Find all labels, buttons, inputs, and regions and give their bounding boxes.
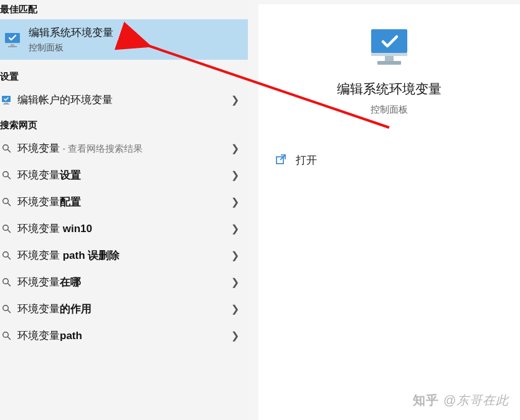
section-best-match: 最佳匹配 (0, 0, 248, 19)
search-icon (1, 170, 11, 180)
details-subtitle: 控制面板 (371, 104, 408, 116)
web-search-item-label: 环境变量配置 (17, 195, 225, 209)
svg-rect-23 (371, 29, 407, 53)
section-settings: 设置 (0, 67, 248, 86)
svg-rect-25 (385, 56, 394, 61)
search-icon (1, 197, 11, 207)
chevron-right-icon: ❯ (231, 276, 239, 288)
search-icon (1, 331, 11, 341)
web-search-item[interactable]: 环境变量 win10❯ (0, 215, 248, 242)
search-icon (1, 224, 11, 234)
web-search-item[interactable]: 环境变量配置❯ (0, 189, 248, 215)
section-websearch: 搜索网页 (0, 116, 248, 135)
best-match-title: 编辑系统环境变量 (29, 26, 113, 40)
web-search-item[interactable]: 环境变量path❯ (0, 322, 248, 349)
svg-rect-5 (4, 103, 8, 104)
web-search-list: 环境变量 - 查看网络搜索结果❯环境变量设置❯环境变量配置❯环境变量 win10… (0, 135, 248, 349)
svg-line-12 (7, 203, 10, 205)
chevron-right-icon: ❯ (231, 250, 239, 261)
svg-rect-3 (8, 46, 17, 47)
best-match-texts: 编辑系统环境变量 控制面板 (29, 26, 113, 54)
chevron-right-icon: ❯ (231, 303, 239, 315)
svg-rect-26 (377, 61, 401, 65)
svg-line-8 (7, 149, 10, 152)
chevron-right-icon: ❯ (231, 223, 239, 235)
search-icon (1, 278, 11, 287)
web-search-item[interactable]: 环境变量在哪❯ (0, 269, 248, 296)
watermark: 知乎 @东哥在此 (413, 392, 509, 409)
best-match-subtitle: 控制面板 (29, 42, 113, 54)
details-panel: 编辑系统环境变量 控制面板 打开 (258, 4, 520, 420)
search-icon (1, 144, 11, 154)
web-search-item-label: 环境变量 win10 (17, 222, 225, 236)
svg-line-16 (7, 256, 10, 259)
monitor-small-icon (1, 95, 11, 105)
web-search-item[interactable]: 环境变量 path 误删除❯ (0, 242, 248, 269)
web-search-item-label: 环境变量path (17, 329, 225, 343)
details-title: 编辑系统环境变量 (337, 80, 442, 98)
svg-line-20 (7, 310, 10, 312)
open-label: 打开 (296, 153, 317, 167)
settings-item-label: 编辑帐户的环境变量 (17, 93, 225, 107)
web-search-item[interactable]: 环境变量设置❯ (0, 162, 248, 189)
svg-rect-1 (5, 43, 20, 44)
web-search-item-label: 环境变量设置 (17, 168, 225, 182)
svg-rect-24 (371, 53, 407, 56)
details-actions: 打开 (258, 149, 520, 171)
search-icon (1, 251, 11, 261)
web-search-item-label: 环境变量 - 查看网络搜索结果 (17, 141, 225, 156)
svg-rect-6 (3, 103, 9, 105)
search-icon (1, 304, 11, 314)
chevron-right-icon: ❯ (231, 142, 239, 154)
web-search-item[interactable]: 环境变量的作用❯ (0, 296, 248, 322)
chevron-right-icon: ❯ (231, 94, 239, 106)
chevron-right-icon: ❯ (231, 169, 239, 181)
svg-line-10 (7, 176, 10, 179)
chevron-right-icon: ❯ (231, 330, 239, 342)
svg-line-22 (7, 337, 10, 339)
web-search-item-label: 环境变量的作用 (17, 302, 225, 316)
svg-line-18 (7, 283, 10, 286)
open-action[interactable]: 打开 (276, 149, 520, 171)
monitor-check-large-icon (367, 28, 411, 67)
web-search-item-label: 环境变量在哪 (17, 275, 225, 289)
web-search-item-label: 环境变量 path 误删除 (17, 248, 225, 263)
svg-line-14 (7, 230, 10, 232)
monitor-check-icon (4, 32, 21, 47)
chevron-right-icon: ❯ (231, 196, 239, 208)
settings-item-edit-user-env[interactable]: 编辑帐户的环境变量 ❯ (0, 86, 248, 113)
best-match-item[interactable]: 编辑系统环境变量 控制面板 (0, 19, 248, 60)
open-external-icon (276, 154, 287, 167)
web-search-item[interactable]: 环境变量 - 查看网络搜索结果❯ (0, 135, 248, 162)
svg-rect-2 (11, 44, 14, 46)
search-results-panel: 最佳匹配 编辑系统环境变量 控制面板 设置 编辑帐户的环境变量 (0, 0, 248, 420)
